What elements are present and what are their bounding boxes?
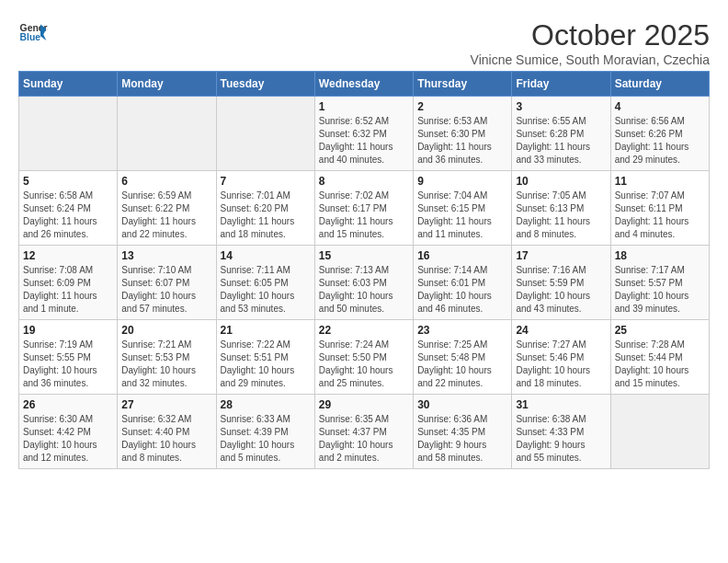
day-info: Sunrise: 6:56 AMSunset: 6:26 PMDaylight:… [615,115,705,167]
day-number: 20 [121,324,211,337]
calendar-cell: 12Sunrise: 7:08 AMSunset: 6:09 PMDayligh… [19,246,118,320]
day-info: Sunrise: 6:36 AMSunset: 4:35 PMDaylight:… [417,413,507,465]
day-number: 18 [615,249,705,262]
calendar-cell: 2Sunrise: 6:53 AMSunset: 6:30 PMDaylight… [414,97,512,171]
calendar-cell: 31Sunrise: 6:38 AMSunset: 4:33 PMDayligh… [512,395,610,469]
day-number: 2 [417,100,507,113]
calendar-cell [216,97,314,171]
calendar-cell [610,395,709,469]
day-info: Sunrise: 6:38 AMSunset: 4:33 PMDaylight:… [516,413,606,465]
day-info: Sunrise: 6:59 AMSunset: 6:22 PMDaylight:… [121,190,211,241]
day-number: 11 [615,175,705,188]
calendar-cell: 29Sunrise: 6:35 AMSunset: 4:37 PMDayligh… [314,395,413,469]
day-number: 24 [516,324,606,337]
day-info: Sunrise: 6:58 AMSunset: 6:24 PMDaylight:… [23,190,113,241]
calendar-cell: 5Sunrise: 6:58 AMSunset: 6:24 PMDaylight… [19,171,118,246]
calendar-cell: 3Sunrise: 6:55 AMSunset: 6:28 PMDaylight… [512,97,610,171]
day-number: 26 [23,398,113,411]
col-thursday: Thursday [414,72,512,97]
day-number: 14 [221,249,311,262]
calendar-cell: 9Sunrise: 7:04 AMSunset: 6:15 PMDaylight… [414,171,512,246]
day-number: 10 [516,175,606,188]
day-number: 12 [23,249,113,262]
day-number: 23 [417,324,507,337]
day-number: 4 [615,100,705,113]
day-info: Sunrise: 6:52 AMSunset: 6:32 PMDaylight:… [319,115,409,167]
calendar-cell: 19Sunrise: 7:19 AMSunset: 5:55 PMDayligh… [19,320,118,395]
calendar-cell: 18Sunrise: 7:17 AMSunset: 5:57 PMDayligh… [610,246,709,320]
col-wednesday: Wednesday [314,72,413,97]
day-number: 16 [417,249,507,262]
calendar-body: 1Sunrise: 6:52 AMSunset: 6:32 PMDaylight… [19,97,710,469]
calendar-cell: 14Sunrise: 7:11 AMSunset: 6:05 PMDayligh… [216,246,314,320]
day-number: 7 [221,175,311,188]
month-title: October 2025 [471,18,710,52]
day-info: Sunrise: 7:24 AMSunset: 5:50 PMDaylight:… [319,339,409,390]
day-info: Sunrise: 6:32 AMSunset: 4:40 PMDaylight:… [121,413,211,465]
day-number: 25 [615,324,705,337]
day-info: Sunrise: 7:16 AMSunset: 5:59 PMDaylight:… [516,264,606,316]
day-info: Sunrise: 7:08 AMSunset: 6:09 PMDaylight:… [23,264,113,316]
day-number: 8 [319,175,409,188]
header-row: Sunday Monday Tuesday Wednesday Thursday… [19,72,710,97]
calendar-cell: 21Sunrise: 7:22 AMSunset: 5:51 PMDayligh… [216,320,314,395]
logo-icon: General Blue [18,18,48,48]
day-info: Sunrise: 7:04 AMSunset: 6:15 PMDaylight:… [417,190,507,241]
day-info: Sunrise: 7:25 AMSunset: 5:48 PMDaylight:… [417,339,507,390]
calendar-cell: 26Sunrise: 6:30 AMSunset: 4:42 PMDayligh… [19,395,118,469]
col-friday: Friday [512,72,610,97]
day-number: 6 [121,175,211,188]
calendar-cell: 11Sunrise: 7:07 AMSunset: 6:11 PMDayligh… [610,171,709,246]
calendar-cell [19,97,118,171]
day-number: 21 [221,324,311,337]
calendar-week-3: 12Sunrise: 7:08 AMSunset: 6:09 PMDayligh… [19,246,710,320]
day-number: 22 [319,324,409,337]
calendar-week-4: 19Sunrise: 7:19 AMSunset: 5:55 PMDayligh… [19,320,710,395]
calendar-week-1: 1Sunrise: 6:52 AMSunset: 6:32 PMDaylight… [19,97,710,171]
day-info: Sunrise: 6:53 AMSunset: 6:30 PMDaylight:… [417,115,507,167]
day-number: 30 [417,398,507,411]
day-number: 28 [221,398,311,411]
title-area: October 2025 Vinicne Sumice, South Morav… [471,18,710,67]
col-sunday: Sunday [19,72,118,97]
day-info: Sunrise: 6:33 AMSunset: 4:39 PMDaylight:… [221,413,311,465]
calendar-header: Sunday Monday Tuesday Wednesday Thursday… [19,72,710,97]
day-info: Sunrise: 7:13 AMSunset: 6:03 PMDaylight:… [319,264,409,316]
day-info: Sunrise: 7:10 AMSunset: 6:07 PMDaylight:… [121,264,211,316]
calendar-cell: 1Sunrise: 6:52 AMSunset: 6:32 PMDaylight… [314,97,413,171]
calendar-cell: 7Sunrise: 7:01 AMSunset: 6:20 PMDaylight… [216,171,314,246]
calendar-cell: 4Sunrise: 6:56 AMSunset: 6:26 PMDaylight… [610,97,709,171]
day-info: Sunrise: 7:01 AMSunset: 6:20 PMDaylight:… [221,190,311,241]
calendar-cell: 24Sunrise: 7:27 AMSunset: 5:46 PMDayligh… [512,320,610,395]
day-info: Sunrise: 7:11 AMSunset: 6:05 PMDaylight:… [221,264,311,316]
calendar-cell: 6Sunrise: 6:59 AMSunset: 6:22 PMDaylight… [118,171,216,246]
calendar-cell: 15Sunrise: 7:13 AMSunset: 6:03 PMDayligh… [314,246,413,320]
day-info: Sunrise: 6:30 AMSunset: 4:42 PMDaylight:… [23,413,113,465]
calendar-cell: 16Sunrise: 7:14 AMSunset: 6:01 PMDayligh… [414,246,512,320]
logo: General Blue [18,18,48,48]
day-info: Sunrise: 7:17 AMSunset: 5:57 PMDaylight:… [615,264,705,316]
location-subtitle: Vinicne Sumice, South Moravian, Czechia [471,52,710,67]
day-number: 15 [319,249,409,262]
header: General Blue October 2025 Vinicne Sumice… [18,18,710,67]
day-number: 27 [121,398,211,411]
day-info: Sunrise: 7:27 AMSunset: 5:46 PMDaylight:… [516,339,606,390]
calendar-cell: 13Sunrise: 7:10 AMSunset: 6:07 PMDayligh… [118,246,216,320]
day-info: Sunrise: 7:14 AMSunset: 6:01 PMDaylight:… [417,264,507,316]
calendar-cell: 25Sunrise: 7:28 AMSunset: 5:44 PMDayligh… [610,320,709,395]
day-info: Sunrise: 7:22 AMSunset: 5:51 PMDaylight:… [221,339,311,390]
day-number: 13 [121,249,211,262]
day-info: Sunrise: 7:07 AMSunset: 6:11 PMDaylight:… [615,190,705,241]
calendar-cell: 22Sunrise: 7:24 AMSunset: 5:50 PMDayligh… [314,320,413,395]
day-number: 9 [417,175,507,188]
day-number: 3 [516,100,606,113]
day-number: 19 [23,324,113,337]
calendar-cell: 10Sunrise: 7:05 AMSunset: 6:13 PMDayligh… [512,171,610,246]
day-number: 5 [23,175,113,188]
day-number: 31 [516,398,606,411]
calendar-week-5: 26Sunrise: 6:30 AMSunset: 4:42 PMDayligh… [19,395,710,469]
col-monday: Monday [118,72,216,97]
day-info: Sunrise: 7:02 AMSunset: 6:17 PMDaylight:… [319,190,409,241]
col-tuesday: Tuesday [216,72,314,97]
calendar-cell: 27Sunrise: 6:32 AMSunset: 4:40 PMDayligh… [118,395,216,469]
